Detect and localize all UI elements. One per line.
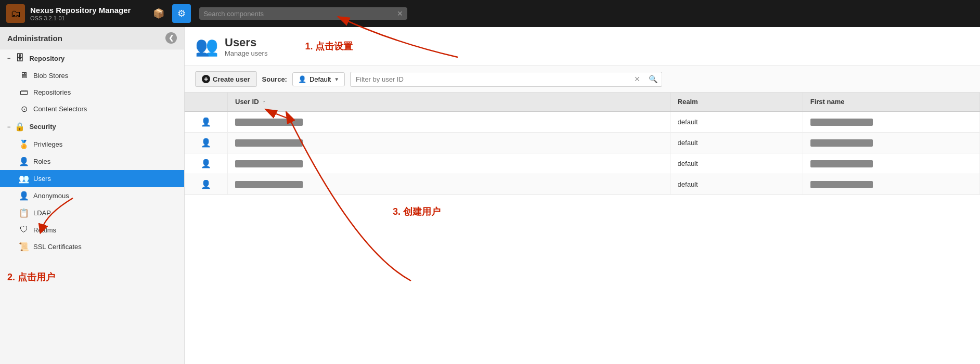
sidebar-item-users[interactable]: 👥 Users [0,170,184,187]
col-header-firstname[interactable]: First name [803,93,979,111]
dropdown-arrow-icon: ▼ [334,76,339,82]
col-header-userid[interactable]: User ID ↑ [228,93,670,111]
user-avatar-icon: 👤 [201,159,211,168]
sidebar-item-blob-stores[interactable]: 🖥 Blob Stores [0,67,184,84]
redacted-userid [235,119,303,126]
redacted-userid [235,139,303,147]
anonymous-icon: 👤 [19,191,29,201]
row-firstname-cell [803,153,979,174]
users-table: User ID ↑ Realm First name 👤 [185,93,980,195]
row-icon-cell: 👤 [185,133,228,153]
annotation-2-area: 2. 点击用户 [0,255,184,289]
sidebar-item-privileges[interactable]: 🏅 Privileges [0,136,184,153]
redacted-firstname [810,181,873,188]
annotation-step1: 1. 点击设置 [305,40,353,53]
security-toggle: − [7,124,10,130]
browse-icon-btn[interactable]: 📦 [149,4,168,23]
users-icon: 👥 [19,174,29,184]
privileges-icon: 🏅 [19,139,29,149]
ldap-icon: 📋 [19,208,29,218]
search-input[interactable] [203,10,394,18]
create-user-label: Create user [213,75,250,83]
redacted-userid [235,181,303,188]
row-userid-cell [228,133,670,153]
settings-icon-btn[interactable]: ⚙ [172,4,191,23]
create-user-button[interactable]: + Create user [195,71,257,87]
sidebar-header: Administration ❮ [0,27,184,49]
sidebar-section-repository[interactable]: − 🗄 Repository [0,49,184,67]
roles-icon: 👤 [19,157,29,166]
search-bar: ✕ [199,7,407,20]
row-firstname-cell [803,111,979,133]
sidebar: Administration ❮ − 🗄 Repository 🖥 Blob S… [0,27,185,364]
app-name: Nexus Repository Manager [30,6,131,15]
annotation-step3: 3. 创建用户 [393,206,441,217]
sidebar-item-roles[interactable]: 👤 Roles [0,153,184,170]
row-realm-cell: default [670,133,803,153]
sidebar-item-ssl-certificates[interactable]: 📜 SSL Certificates [0,238,184,255]
filter-search-icon[interactable]: 🔍 [644,72,662,86]
row-firstname-cell [803,174,979,195]
col-header-realm[interactable]: Realm [670,93,803,111]
user-avatar-icon: 👤 [201,138,211,147]
sidebar-item-label: Repositories [33,88,71,96]
search-clear-icon[interactable]: ✕ [397,9,403,18]
row-firstname-cell [803,133,979,153]
row-userid-cell [228,153,670,174]
toolbar: + Create user Source: 👤 Default ▼ ✕ 🔍 [185,66,980,93]
source-label: Source: [262,75,287,83]
app-version: OSS 3.2.1-01 [30,15,131,21]
realms-icon: 🛡 [19,225,29,235]
blob-stores-icon: 🖥 [19,71,29,80]
sidebar-item-label: Users [33,175,51,183]
sidebar-section-security[interactable]: − 🔒 Security [0,118,184,136]
table-container: User ID ↑ Realm First name 👤 [185,93,980,195]
source-dropdown[interactable]: 👤 Default ▼ [292,72,345,86]
row-icon-cell: 👤 [185,174,228,195]
row-userid-cell [228,174,670,195]
table-row[interactable]: 👤 default [185,174,980,195]
user-avatar-icon: 👤 [201,118,211,126]
table-row[interactable]: 👤 default [185,133,980,153]
row-realm-cell: default [670,174,803,195]
repositories-icon: 🗃 [19,87,29,97]
repository-icon: 🗄 [15,54,25,63]
arrow-2-svg [31,193,114,235]
page-header: 👥 Users Manage users 1. 点击设置 [185,27,980,66]
sidebar-title: Administration [7,34,62,43]
sidebar-item-label: SSL Certificates [33,243,82,251]
col-header-icon [185,93,228,111]
redacted-firstname [810,119,873,126]
sort-arrow-icon: ↑ [263,99,265,105]
table-row[interactable]: 👤 default [185,153,980,174]
source-user-icon: 👤 [298,75,306,83]
page-icon: 👥 [195,35,218,57]
table-header-row: User ID ↑ Realm First name [185,93,980,111]
filter-container: ✕ 🔍 [350,72,662,87]
row-icon-cell: 👤 [185,111,228,133]
table-row[interactable]: 👤 default [185,111,980,133]
security-icon: 🔒 [15,122,25,132]
filter-clear-icon[interactable]: ✕ [630,72,644,86]
app-logo: 🗂 Nexus Repository Manager OSS 3.2.1-01 [6,4,131,23]
row-realm-cell: default [670,153,803,174]
annotation-step2: 2. 点击用户 [7,272,55,282]
repository-toggle: − [7,55,10,61]
security-label: Security [29,123,56,131]
ssl-icon: 📜 [19,242,29,252]
sidebar-item-content-selectors[interactable]: ⊙ Content Selectors [0,100,184,118]
user-avatar-icon: 👤 [201,180,211,189]
filter-input[interactable] [351,72,630,86]
sidebar-item-label: Blob Stores [33,72,68,80]
source-value: Default [310,75,331,83]
page-title: Users [225,36,267,49]
redacted-firstname [810,139,873,147]
redacted-firstname [810,160,873,167]
header: 🗂 Nexus Repository Manager OSS 3.2.1-01 … [0,0,980,27]
sidebar-collapse-btn[interactable]: ❮ [165,32,177,44]
annotation-3-area: 3. 创建用户 [185,195,980,218]
sidebar-item-label: Content Selectors [33,105,87,113]
sidebar-item-repositories[interactable]: 🗃 Repositories [0,84,184,100]
row-realm-cell: default [670,111,803,133]
repository-label: Repository [29,55,65,62]
